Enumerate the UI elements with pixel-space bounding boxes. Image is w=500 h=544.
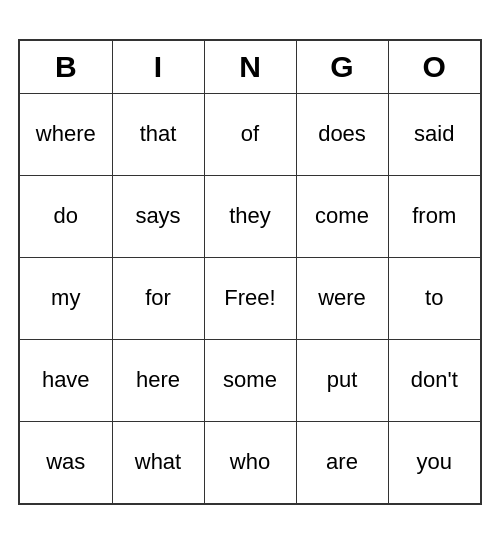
cell-r0-c1: that xyxy=(112,93,204,175)
cell-r2-c3: were xyxy=(296,257,388,339)
cell-r2-c1: for xyxy=(112,257,204,339)
table-row: wherethatofdoessaid xyxy=(20,93,480,175)
cell-r3-c0: have xyxy=(20,339,112,421)
cell-r1-c1: says xyxy=(112,175,204,257)
cell-r4-c1: what xyxy=(112,421,204,503)
cell-r4-c2: who xyxy=(204,421,296,503)
cell-r2-c0: my xyxy=(20,257,112,339)
cell-r3-c3: put xyxy=(296,339,388,421)
cell-r1-c2: they xyxy=(204,175,296,257)
header-row: B I N G O xyxy=(20,41,480,93)
header-g: G xyxy=(296,41,388,93)
table-row: myforFree!wereto xyxy=(20,257,480,339)
header-o: O xyxy=(388,41,480,93)
cell-r3-c2: some xyxy=(204,339,296,421)
table-row: dosaystheycomefrom xyxy=(20,175,480,257)
bingo-card: B I N G O wherethatofdoessaiddosaystheyc… xyxy=(18,39,482,505)
header-b: B xyxy=(20,41,112,93)
cell-r0-c0: where xyxy=(20,93,112,175)
table-row: waswhatwhoareyou xyxy=(20,421,480,503)
cell-r1-c4: from xyxy=(388,175,480,257)
cell-r4-c3: are xyxy=(296,421,388,503)
cell-r4-c0: was xyxy=(20,421,112,503)
cell-r3-c1: here xyxy=(112,339,204,421)
header-i: I xyxy=(112,41,204,93)
cell-r1-c3: come xyxy=(296,175,388,257)
cell-r4-c4: you xyxy=(388,421,480,503)
table-row: haveheresomeputdon't xyxy=(20,339,480,421)
cell-r0-c4: said xyxy=(388,93,480,175)
header-n: N xyxy=(204,41,296,93)
cell-r0-c3: does xyxy=(296,93,388,175)
cell-r0-c2: of xyxy=(204,93,296,175)
cell-r2-c2: Free! xyxy=(204,257,296,339)
cell-r2-c4: to xyxy=(388,257,480,339)
cell-r1-c0: do xyxy=(20,175,112,257)
bingo-table: B I N G O wherethatofdoessaiddosaystheyc… xyxy=(20,41,480,503)
cell-r3-c4: don't xyxy=(388,339,480,421)
